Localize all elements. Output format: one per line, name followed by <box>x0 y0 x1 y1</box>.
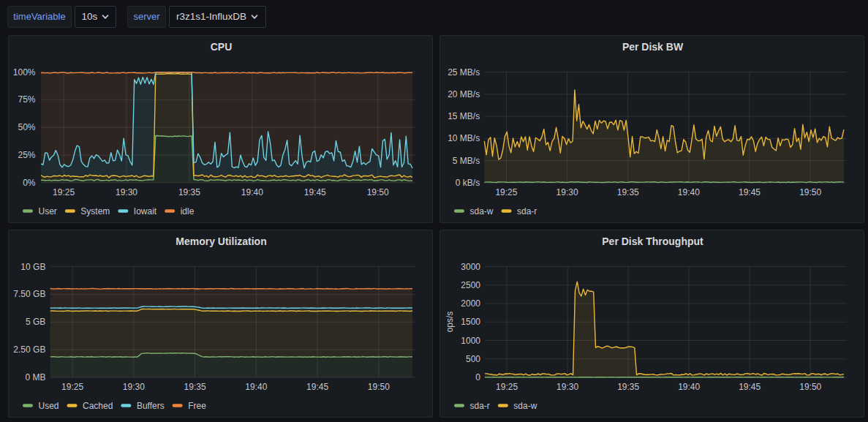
svg-text:sda-w: sda-w <box>470 206 494 216</box>
svg-text:25 MB/s: 25 MB/s <box>448 67 480 77</box>
svg-text:idle: idle <box>181 206 195 216</box>
svg-text:2.50 GB: 2.50 GB <box>13 344 45 355</box>
svg-text:19:40: 19:40 <box>241 187 263 197</box>
svg-text:19:25: 19:25 <box>61 382 83 392</box>
svg-text:19:30: 19:30 <box>123 382 145 392</box>
svg-text:19:40: 19:40 <box>678 187 700 197</box>
svg-text:19:30: 19:30 <box>556 382 578 392</box>
svg-text:Per Disk Throughput: Per Disk Throughput <box>602 236 703 247</box>
svg-text:19:50: 19:50 <box>368 382 390 392</box>
svg-text:19:50: 19:50 <box>799 382 821 392</box>
svg-text:Per Disk BW: Per Disk BW <box>622 41 684 53</box>
svg-text:1000: 1000 <box>461 335 480 345</box>
svg-text:75%: 75% <box>18 94 35 105</box>
svg-text:25%: 25% <box>18 150 35 160</box>
svg-text:Free: Free <box>188 400 206 410</box>
svg-text:2000: 2000 <box>461 298 480 309</box>
svg-text:19:25: 19:25 <box>53 187 75 197</box>
svg-text:Used: Used <box>39 400 59 410</box>
svg-text:19:45: 19:45 <box>306 382 328 392</box>
svg-text:19:50: 19:50 <box>799 187 821 197</box>
svg-text:19:40: 19:40 <box>245 382 267 392</box>
svg-text:0 kB/s: 0 kB/s <box>456 178 480 188</box>
svg-text:sda-w: sda-w <box>513 400 537 410</box>
svg-text:sda-r: sda-r <box>470 400 490 410</box>
svg-text:10 GB: 10 GB <box>20 261 45 271</box>
svg-text:20 MB/s: 20 MB/s <box>448 88 480 99</box>
svg-text:100%: 100% <box>13 67 36 77</box>
svg-text:1500: 1500 <box>461 317 480 327</box>
svg-text:500: 500 <box>466 353 480 363</box>
svg-text:Memory Utilization: Memory Utilization <box>176 236 266 247</box>
svg-text:19:25: 19:25 <box>496 382 518 392</box>
svg-text:19:45: 19:45 <box>739 382 761 392</box>
svg-text:10 MB/s: 10 MB/s <box>448 133 480 143</box>
svg-text:19:45: 19:45 <box>739 187 761 197</box>
svg-text:19:50: 19:50 <box>367 187 389 197</box>
svg-text:System: System <box>80 206 110 216</box>
svg-text:5 MB/s: 5 MB/s <box>453 155 480 165</box>
svg-text:0: 0 <box>475 372 480 383</box>
svg-text:Buffers: Buffers <box>137 400 165 410</box>
svg-text:15 MB/s: 15 MB/s <box>448 111 480 121</box>
svg-text:19:25: 19:25 <box>495 187 517 197</box>
svg-text:2500: 2500 <box>461 279 480 290</box>
svg-text:19:35: 19:35 <box>617 187 639 197</box>
svg-text:Iowait: Iowait <box>134 206 157 216</box>
svg-text:50%: 50% <box>18 122 35 132</box>
svg-text:19:35: 19:35 <box>617 382 639 392</box>
svg-text:19:35: 19:35 <box>178 187 200 197</box>
svg-text:3000: 3000 <box>461 261 480 271</box>
svg-text:User: User <box>39 206 57 216</box>
svg-text:19:45: 19:45 <box>304 187 326 197</box>
svg-text:0 MB: 0 MB <box>25 372 45 383</box>
svg-text:19:35: 19:35 <box>184 382 206 392</box>
svg-text:sda-r: sda-r <box>517 206 537 216</box>
svg-text:5 GB: 5 GB <box>26 317 45 327</box>
svg-text:0%: 0% <box>23 178 36 188</box>
svg-text:Cached: Cached <box>83 400 113 410</box>
svg-text:7.50 GB: 7.50 GB <box>13 289 45 299</box>
svg-text:19:30: 19:30 <box>556 187 578 197</box>
svg-text:ops/s: ops/s <box>445 311 455 332</box>
svg-text:CPU: CPU <box>211 41 233 53</box>
svg-text:19:40: 19:40 <box>678 382 700 392</box>
svg-text:19:30: 19:30 <box>116 187 137 197</box>
